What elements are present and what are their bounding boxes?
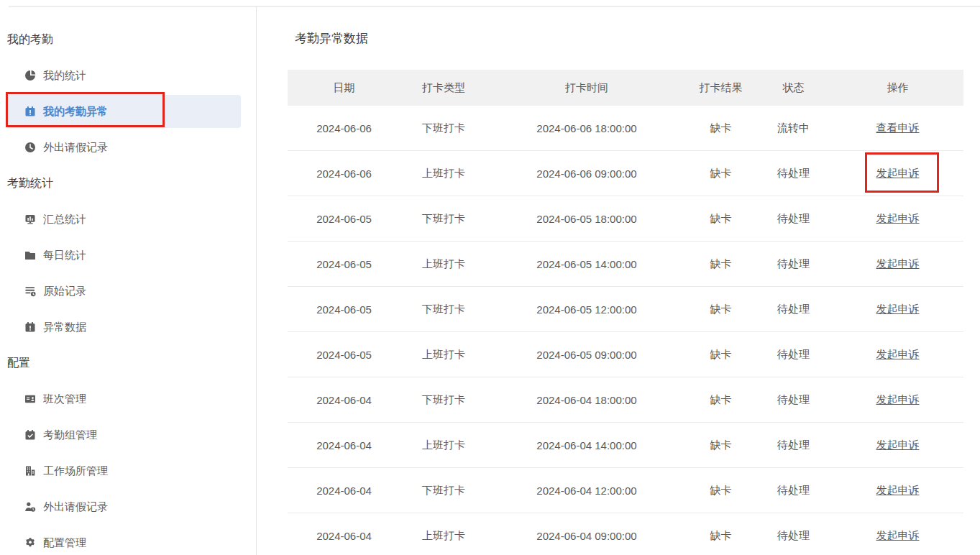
sidebar-section-title: 考勤统计 bbox=[0, 165, 256, 201]
sidebar-item-label: 工作场所管理 bbox=[43, 464, 108, 478]
cell-result: 缺卡 bbox=[687, 348, 755, 362]
cell-status: 待处理 bbox=[755, 393, 832, 407]
sidebar-item-attendance-group-management[interactable]: 考勤组管理 bbox=[0, 417, 256, 453]
action-link[interactable]: 发起申诉 bbox=[876, 439, 920, 451]
cell-action: 发起申诉 bbox=[832, 303, 963, 316]
sidebar-item-label: 异常数据 bbox=[43, 321, 86, 334]
annotation-box-sidebar-item bbox=[6, 92, 165, 127]
cell-type: 下班打卡 bbox=[400, 212, 487, 226]
cell-result: 缺卡 bbox=[687, 257, 755, 271]
table-row: 2024-06-04 上班打卡 2024-06-04 14:00:00 缺卡 待… bbox=[288, 423, 963, 468]
calendar-check-icon bbox=[24, 429, 36, 441]
sidebar-item-my-stats[interactable]: 我的统计 bbox=[0, 58, 256, 93]
sidebar-item-anomaly-data[interactable]: 异常数据 bbox=[0, 309, 256, 345]
cell-status: 待处理 bbox=[755, 303, 832, 316]
clock-icon bbox=[24, 142, 36, 153]
cell-status: 待处理 bbox=[755, 212, 832, 226]
cell-result: 缺卡 bbox=[687, 484, 755, 497]
sidebar-item-workplace-management[interactable]: 工作场所管理 bbox=[0, 453, 256, 489]
action-link[interactable]: 发起申诉 bbox=[876, 393, 920, 405]
table-row: 2024-06-04 上班打卡 2024-06-04 09:00:00 缺卡 待… bbox=[288, 513, 963, 555]
cell-action: 查看申诉 bbox=[832, 121, 963, 135]
table-row: 2024-06-06 上班打卡 2024-06-06 09:00:00 缺卡 待… bbox=[288, 151, 963, 196]
cell-result: 缺卡 bbox=[687, 439, 755, 452]
cell-result: 缺卡 bbox=[687, 212, 755, 226]
cell-date: 2024-06-05 bbox=[288, 213, 400, 225]
column-header: 状态 bbox=[755, 81, 832, 95]
cell-result: 缺卡 bbox=[687, 303, 755, 316]
sidebar-item-config-management[interactable]: 配置管理 bbox=[0, 525, 256, 555]
column-header: 打卡结果 bbox=[687, 81, 755, 95]
table-row: 2024-06-06 下班打卡 2024-06-06 18:00:00 缺卡 流… bbox=[288, 106, 963, 151]
cell-time: 2024-06-05 18:00:00 bbox=[487, 213, 687, 225]
cell-type: 上班打卡 bbox=[400, 529, 487, 543]
cell-time: 2024-06-05 14:00:00 bbox=[487, 258, 687, 270]
cell-date: 2024-06-05 bbox=[288, 303, 400, 316]
sidebar-item-label: 外出请假记录 bbox=[43, 141, 108, 155]
table-row: 2024-06-05 上班打卡 2024-06-05 14:00:00 缺卡 待… bbox=[288, 242, 963, 287]
table-header-row: 日期打卡类型打卡时间打卡结果状态操作 bbox=[288, 70, 963, 106]
sidebar: 我的考勤 我的统计 我的考勤异常 外出请假记录 考勤统计 汇总统计 每日统计 bbox=[0, 6, 256, 555]
cell-date: 2024-06-06 bbox=[288, 168, 400, 180]
id-card-icon bbox=[24, 393, 36, 405]
document-clock-icon bbox=[24, 285, 36, 297]
cell-type: 上班打卡 bbox=[400, 348, 487, 362]
sidebar-item-label: 考勤组管理 bbox=[43, 428, 97, 442]
cell-type: 下班打卡 bbox=[400, 121, 487, 135]
sidebar-item-raw-records[interactable]: 原始记录 bbox=[0, 273, 256, 309]
sidebar-item-label: 原始记录 bbox=[43, 285, 86, 298]
cell-type: 下班打卡 bbox=[400, 393, 487, 407]
sidebar-item-label: 我的统计 bbox=[43, 69, 86, 83]
folder-icon bbox=[24, 249, 36, 261]
cell-time: 2024-06-06 18:00:00 bbox=[487, 122, 687, 134]
action-link[interactable]: 发起申诉 bbox=[876, 212, 920, 224]
cell-action: 发起申诉 bbox=[832, 212, 963, 226]
table-row: 2024-06-04 下班打卡 2024-06-04 18:00:00 缺卡 待… bbox=[288, 377, 963, 423]
cell-time: 2024-06-04 09:00:00 bbox=[487, 530, 687, 542]
cell-time: 2024-06-04 18:00:00 bbox=[487, 394, 687, 406]
gear-icon bbox=[24, 537, 36, 549]
sidebar-item-label: 汇总统计 bbox=[43, 213, 86, 226]
action-link[interactable]: 发起申诉 bbox=[876, 303, 920, 315]
cell-status: 待处理 bbox=[755, 348, 832, 362]
sidebar-item-out-leave-records[interactable]: 外出请假记录 bbox=[0, 129, 256, 165]
action-link[interactable]: 发起申诉 bbox=[876, 348, 920, 360]
cell-action: 发起申诉 bbox=[832, 439, 963, 452]
sidebar-section: 配置 班次管理 考勤组管理 工作场所管理 外出请假记录 配置管理 bbox=[0, 345, 256, 555]
person-clock-icon bbox=[24, 501, 36, 513]
cell-time: 2024-06-04 14:00:00 bbox=[487, 439, 687, 451]
table-row: 2024-06-05 下班打卡 2024-06-05 18:00:00 缺卡 待… bbox=[288, 196, 963, 242]
sidebar-item-shift-management[interactable]: 班次管理 bbox=[0, 381, 256, 417]
sidebar-item-summary-stats[interactable]: 汇总统计 bbox=[0, 201, 256, 237]
sidebar-item-daily-stats[interactable]: 每日统计 bbox=[0, 237, 256, 273]
cell-result: 缺卡 bbox=[687, 529, 755, 543]
sidebar-item-label: 每日统计 bbox=[43, 249, 86, 262]
table-row: 2024-06-04 下班打卡 2024-06-04 12:00:00 缺卡 待… bbox=[288, 468, 963, 513]
action-link[interactable]: 发起申诉 bbox=[876, 529, 920, 541]
cell-action: 发起申诉 bbox=[832, 348, 963, 362]
sidebar-item-out-leave-records-config[interactable]: 外出请假记录 bbox=[0, 489, 256, 525]
cell-status: 待处理 bbox=[755, 257, 832, 271]
sidebar-item-label: 班次管理 bbox=[43, 393, 86, 406]
column-header: 打卡时间 bbox=[487, 81, 687, 95]
sidebar-section-title: 配置 bbox=[0, 345, 256, 381]
calendar-alert-icon bbox=[24, 321, 36, 333]
cell-date: 2024-06-05 bbox=[288, 349, 400, 361]
action-link[interactable]: 发起申诉 bbox=[876, 484, 920, 496]
cell-type: 上班打卡 bbox=[400, 439, 487, 452]
cell-time: 2024-06-04 12:00:00 bbox=[487, 485, 687, 497]
cell-type: 下班打卡 bbox=[400, 484, 487, 497]
cell-result: 缺卡 bbox=[687, 393, 755, 407]
table-body: 2024-06-06 下班打卡 2024-06-06 18:00:00 缺卡 流… bbox=[288, 106, 963, 555]
sidebar-item-label: 配置管理 bbox=[43, 536, 86, 550]
cell-action: 发起申诉 bbox=[832, 393, 963, 407]
cell-date: 2024-06-04 bbox=[288, 530, 400, 542]
main-content: 考勤异常数据 日期打卡类型打卡时间打卡结果状态操作 2024-06-06 下班打… bbox=[257, 6, 980, 555]
annotation-box-action-link bbox=[865, 152, 939, 193]
page-title: 考勤异常数据 bbox=[295, 30, 368, 47]
action-link[interactable]: 查看申诉 bbox=[876, 121, 920, 134]
sidebar-section: 考勤统计 汇总统计 每日统计 原始记录 异常数据 bbox=[0, 165, 256, 345]
cell-status: 待处理 bbox=[755, 439, 832, 452]
action-link[interactable]: 发起申诉 bbox=[876, 257, 920, 270]
cell-time: 2024-06-06 09:00:00 bbox=[487, 168, 687, 180]
